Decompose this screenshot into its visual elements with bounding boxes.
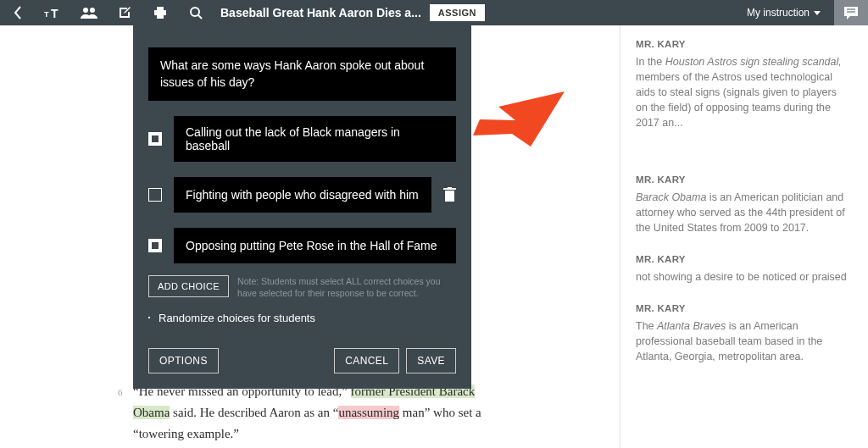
annotation-author: MR. KARY — [636, 173, 849, 187]
assign-button[interactable]: ASSIGN — [430, 4, 485, 21]
choice-text[interactable]: Fighting with people who disagreed with … — [174, 177, 431, 213]
text-size-icon: TT — [44, 6, 63, 19]
callout-arrow-icon — [471, 91, 565, 159]
svg-text:T: T — [44, 10, 49, 19]
my-instruction-dropdown[interactable]: My instruction — [747, 7, 821, 19]
class-button[interactable] — [71, 0, 107, 25]
svg-point-7 — [191, 8, 199, 16]
paragraph-number: 6 — [118, 384, 123, 400]
svg-marker-15 — [473, 91, 565, 147]
choice-text[interactable]: Calling out the lack of Black managers i… — [174, 116, 456, 162]
highlight[interactable]: unassuming — [338, 406, 399, 419]
svg-point-3 — [90, 8, 95, 13]
svg-point-2 — [83, 8, 88, 13]
caret-down-icon — [814, 11, 821, 15]
print-icon — [153, 6, 167, 19]
add-choice-button[interactable]: ADD CHOICE — [148, 275, 229, 297]
annotation-author: MR. KARY — [636, 252, 849, 267]
svg-rect-4 — [157, 7, 164, 10]
chevron-left-icon — [13, 6, 23, 19]
main-area: What are some ways Hank Aaron spoke out … — [0, 25, 620, 448]
my-instruction-label: My instruction — [747, 7, 810, 19]
question-prompt[interactable]: What are some ways Hank Aaron spoke out … — [148, 47, 456, 101]
edit-icon — [118, 6, 131, 19]
annotation-author: MR. KARY — [636, 37, 849, 52]
annotation-note[interactable]: MR. KARY Barack Obama is an American pol… — [636, 173, 849, 235]
edit-button[interactable] — [107, 0, 142, 25]
annotations-panel-toggle[interactable] — [834, 0, 868, 25]
svg-text:T: T — [51, 7, 58, 19]
annotation-note[interactable]: MR. KARY In the Houston Astros sign stea… — [636, 37, 849, 130]
paragraph: 6 “He never missed an opportunity to lea… — [133, 381, 498, 444]
svg-rect-14 — [448, 187, 452, 189]
randomize-checkbox[interactable] — [148, 317, 150, 318]
back-button[interactable] — [0, 0, 36, 25]
randomize-label: Randomize choices for students — [159, 312, 315, 324]
choice-correct-checkbox[interactable] — [148, 188, 162, 202]
svg-rect-12 — [445, 191, 454, 202]
people-icon — [81, 7, 97, 19]
annotations-sidebar: MR. KARY In the Houston Astros sign stea… — [620, 25, 868, 448]
choice-row: Opposing putting Pete Rose in the Hall o… — [148, 228, 456, 263]
cancel-button[interactable]: CANCEL — [334, 348, 399, 373]
search-button[interactable] — [178, 0, 214, 25]
search-icon — [189, 6, 203, 19]
svg-line-8 — [198, 15, 202, 19]
add-choice-note: Note: Students must select ALL correct c… — [237, 275, 456, 299]
print-button[interactable] — [142, 0, 178, 25]
save-button[interactable]: SAVE — [406, 348, 456, 373]
annotation-note[interactable]: MR. KARY not showing a desire to be noti… — [636, 252, 849, 285]
delete-choice-icon[interactable] — [443, 187, 456, 202]
options-button[interactable]: OPTIONS — [148, 348, 219, 373]
annotation-note[interactable]: MR. KARY The Atlanta Braves is an Americ… — [636, 301, 849, 364]
annotation-author: MR. KARY — [636, 301, 849, 316]
choice-row: Fighting with people who disagreed with … — [148, 177, 456, 213]
choice-text[interactable]: Opposing putting Pete Rose in the Hall o… — [174, 228, 456, 263]
page-title: Baseball Great Hank Aaron Dies a... — [220, 6, 421, 19]
svg-rect-6 — [157, 14, 164, 19]
top-toolbar: TT Baseball Great Hank Aaron Dies a... A… — [0, 0, 868, 25]
choice-row: Calling out the lack of Black managers i… — [148, 116, 456, 162]
choice-correct-checkbox[interactable] — [148, 132, 162, 146]
annotation-icon — [843, 6, 859, 19]
choice-correct-checkbox[interactable] — [148, 239, 162, 252]
question-editor-panel: What are some ways Hank Aaron spoke out … — [133, 25, 471, 389]
article-body: 6 “He never missed an opportunity to lea… — [133, 381, 498, 448]
text-size-button[interactable]: TT — [36, 0, 71, 25]
